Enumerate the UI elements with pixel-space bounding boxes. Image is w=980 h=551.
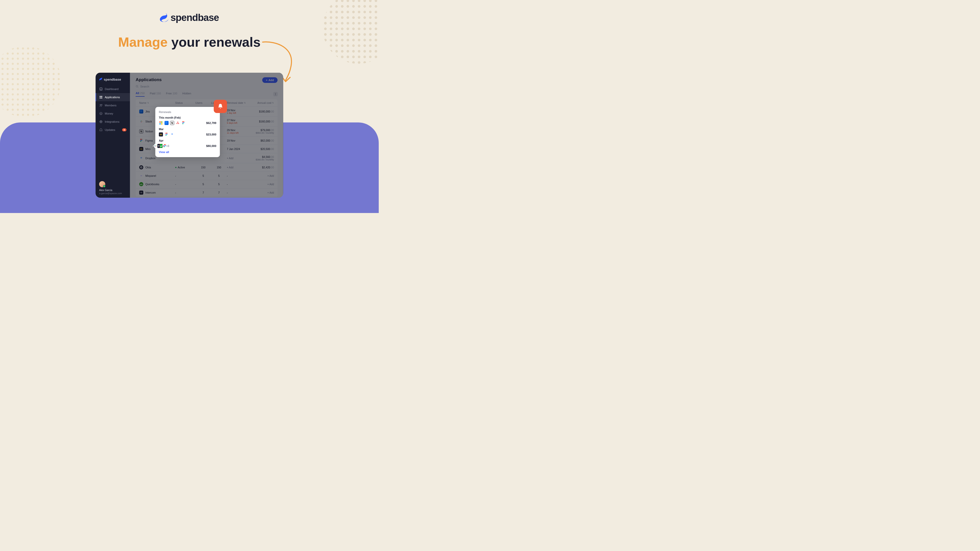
notion-icon: N [170, 121, 174, 125]
svg-point-22 [142, 139, 142, 140]
sidebar-item-applications[interactable]: Applications [96, 93, 130, 101]
sort-icon: ⇅ [147, 102, 149, 104]
svg-point-40 [183, 122, 185, 123]
renewal-group: Mar m $23,000 [159, 127, 216, 137]
svg-point-36 [178, 123, 179, 124]
sidebar-logo-mark [99, 77, 103, 81]
column-cost[interactable]: Annual cost⇅ [250, 101, 274, 104]
user-email: a.garcia@spacex.com [99, 192, 127, 195]
adobe-icon: Apdz+3 [159, 144, 163, 148]
svg-point-58 [165, 145, 166, 146]
svg-point-35 [177, 123, 177, 124]
column-name[interactable]: Name⇅ [139, 101, 175, 104]
sidebar-item-updates[interactable]: Updates5 [96, 126, 130, 134]
table-row[interactable]: qbQuickbooks - 5 5 - + Add [136, 180, 278, 189]
figma-icon [164, 144, 166, 148]
slack-icon [154, 144, 158, 148]
svg-point-39 [183, 122, 183, 123]
notion-icon: N [139, 129, 143, 133]
sidebar-item-members[interactable]: Members [96, 101, 130, 110]
svg-point-13 [136, 86, 138, 87]
add-cost-link[interactable]: + Add [267, 191, 274, 194]
svg-point-41 [183, 123, 183, 124]
svg-point-8 [100, 104, 101, 105]
filter-tabs: All250Paid150Free100Hidden [136, 92, 278, 97]
sort-icon: ⇅ [244, 102, 246, 104]
svg-rect-6 [100, 97, 101, 98]
qb-icon: qb [139, 182, 143, 186]
miro-icon: m [139, 147, 143, 151]
svg-rect-19 [141, 121, 142, 121]
app-window: spendbase DashboardApplicationsMembers$M… [96, 73, 283, 198]
brand-logo-text: spendbase [170, 12, 219, 23]
table-row[interactable]: Okta Active 150 150 + Add $2,420.00 [136, 163, 278, 171]
tab-paid[interactable]: Paid150 [150, 92, 161, 97]
renewal-amount: $23,000 [206, 133, 216, 136]
svg-point-25 [140, 141, 142, 142]
svg-point-42 [165, 133, 167, 134]
updates-icon [99, 128, 103, 132]
svg-text:$: $ [100, 113, 102, 114]
jira-icon [165, 121, 169, 125]
dashboard-icon [99, 87, 103, 91]
svg-rect-31 [161, 121, 162, 123]
tab-all[interactable]: All250 [136, 92, 145, 97]
intercom-icon [139, 191, 143, 195]
svg-rect-49 [156, 145, 156, 146]
column-users[interactable]: Users [196, 101, 211, 104]
svg-point-24 [142, 140, 142, 141]
svg-point-38 [183, 121, 185, 122]
popup-title: Renewals [159, 110, 216, 114]
sidebar-item-integrations[interactable]: Integrations [96, 118, 130, 126]
svg-rect-18 [142, 121, 142, 122]
svg-rect-4 [100, 96, 101, 97]
table-row[interactable]: ··Mixpanel - 5 5 - + Add [136, 171, 278, 180]
svg-point-43 [167, 133, 168, 134]
pd-icon: pd [160, 144, 162, 148]
plus-icon: + [266, 79, 267, 82]
ms-icon [159, 121, 163, 125]
column-status[interactable]: Status [175, 101, 195, 104]
sidebar-item-money[interactable]: $Money [96, 110, 130, 118]
asana-icon [176, 121, 180, 125]
add-button[interactable]: + Add [262, 77, 278, 83]
svg-rect-17 [140, 121, 141, 122]
figma-icon [139, 138, 143, 143]
add-renewal-link[interactable]: + Add [227, 166, 234, 169]
search-input[interactable]: Search [136, 85, 278, 88]
sort-icon: ⇅ [272, 102, 274, 104]
svg-point-57 [164, 145, 165, 146]
applications-icon [99, 95, 103, 99]
figma-icon [165, 132, 169, 137]
svg-point-45 [167, 134, 168, 135]
dropbox-icon [170, 132, 174, 137]
columns-button[interactable] [274, 92, 278, 96]
svg-rect-15 [274, 93, 275, 95]
add-cost-link[interactable]: + Add [267, 175, 274, 177]
table-header: Name⇅ Status Users Licenses Renewal date… [136, 99, 278, 106]
okta-icon [139, 165, 143, 169]
renewal-month: Mar [159, 127, 216, 130]
decorative-dots-top-right [323, 0, 379, 64]
sidebar-item-dashboard[interactable]: Dashboard [96, 85, 130, 93]
slack-icon [139, 119, 143, 124]
view-all-link[interactable]: View all [159, 151, 216, 154]
svg-rect-48 [156, 146, 157, 146]
page-title: Applications [136, 77, 162, 83]
column-renewal[interactable]: Renewal date⇅ [227, 101, 250, 104]
svg-rect-33 [161, 123, 162, 124]
bell-icon [218, 103, 224, 110]
tab-free[interactable]: Free100 [166, 92, 177, 97]
sidebar-user[interactable]: Alex Garcia a.garcia@spacex.com [96, 181, 130, 195]
svg-line-14 [138, 87, 138, 88]
table-row[interactable]: Intercom - 7 7 - + Add [136, 189, 278, 197]
renewal-month: This month (Feb) [159, 116, 216, 119]
svg-rect-32 [159, 123, 161, 124]
dropbox-icon [139, 156, 143, 160]
add-cost-link[interactable]: + Add [267, 183, 274, 186]
avatar [99, 181, 105, 187]
tab-hidden[interactable]: Hidden [182, 92, 191, 97]
svg-rect-20 [141, 122, 142, 122]
add-renewal-link[interactable]: + Add [227, 157, 234, 160]
brand-logo: spendbase [160, 12, 219, 23]
